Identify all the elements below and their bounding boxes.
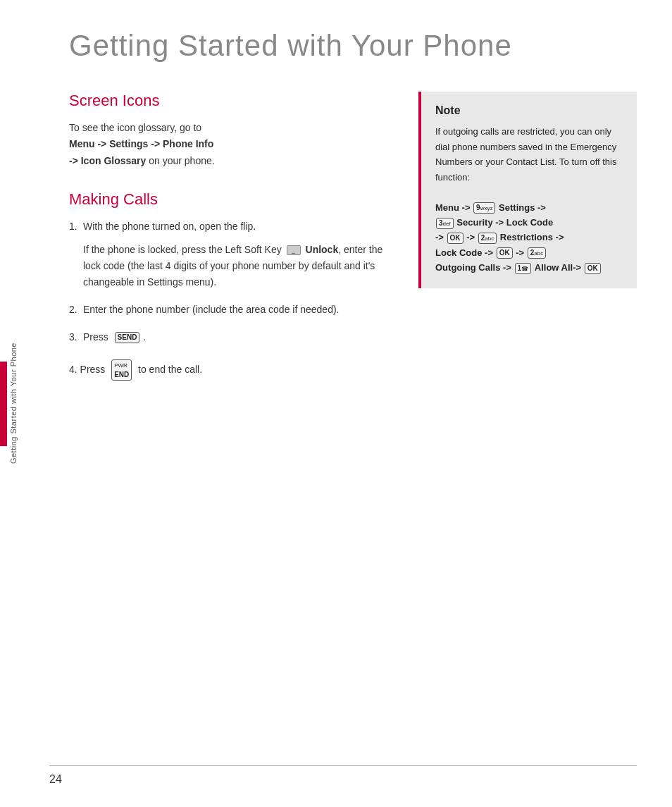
key-ok-2: OK (497, 247, 513, 259)
left-column: Screen Icons To see the icon glossary, g… (69, 92, 397, 381)
screen-icons-body: To see the icon glossary, go to Menu -> … (69, 120, 397, 168)
key-1: 1☎ (515, 263, 532, 274)
page-title: Getting Started with Your Phone (69, 28, 637, 63)
step-3: 3. Press SEND . (69, 329, 397, 345)
step-1-sub: If the phone is locked, press the Left S… (83, 242, 397, 290)
left-soft-key-icon: ⎯ (287, 245, 301, 255)
screen-icons-section: Screen Icons To see the icon glossary, g… (69, 92, 397, 168)
send-key: SEND (115, 332, 140, 343)
key-ok-3: OK (585, 263, 601, 274)
side-tab-accent (0, 362, 7, 446)
key-2abc: 2abc (478, 233, 497, 244)
making-calls-section: Making Calls 1. With the phone turned on… (69, 190, 397, 381)
page-footer: 24 (49, 765, 637, 786)
key-ok-1: OK (447, 233, 463, 244)
side-tab: Getting Started with Your Phone (0, 0, 27, 807)
step-4: 4. Press PWREND to end the call. (69, 359, 397, 381)
right-column: Note If outgoing calls are restricted, y… (418, 92, 637, 381)
main-content: Getting Started with Your Phone Screen I… (27, 0, 672, 807)
note-title: Note (435, 104, 623, 117)
page-number: 24 (49, 773, 62, 785)
key-9wxyz: 9wxyz (473, 202, 495, 214)
steps-list: 1. With the phone turned on, open the fl… (69, 218, 397, 346)
step-3-number: 3. (69, 329, 77, 345)
key-3def: 3def (436, 218, 454, 229)
step-1: 1. With the phone turned on, open the fl… (69, 218, 397, 290)
key-2abc-2: 2abc (528, 247, 546, 259)
side-tab-text: Getting Started with Your Phone (9, 343, 18, 464)
making-calls-heading: Making Calls (69, 190, 397, 209)
step-2: 2. Enter the phone number (include the a… (69, 302, 397, 318)
end-key-step4: PWREND (111, 359, 132, 381)
step-2-number: 2. (69, 302, 77, 318)
note-body: If outgoing calls are restricted, you ca… (435, 124, 623, 275)
step-1-number: 1. (69, 218, 77, 235)
screen-icons-heading: Screen Icons (69, 92, 397, 110)
page-container: Getting Started with Your Phone Getting … (0, 0, 672, 807)
note-box: Note If outgoing calls are restricted, y… (418, 92, 637, 288)
two-col-layout: Screen Icons To see the icon glossary, g… (69, 92, 637, 381)
